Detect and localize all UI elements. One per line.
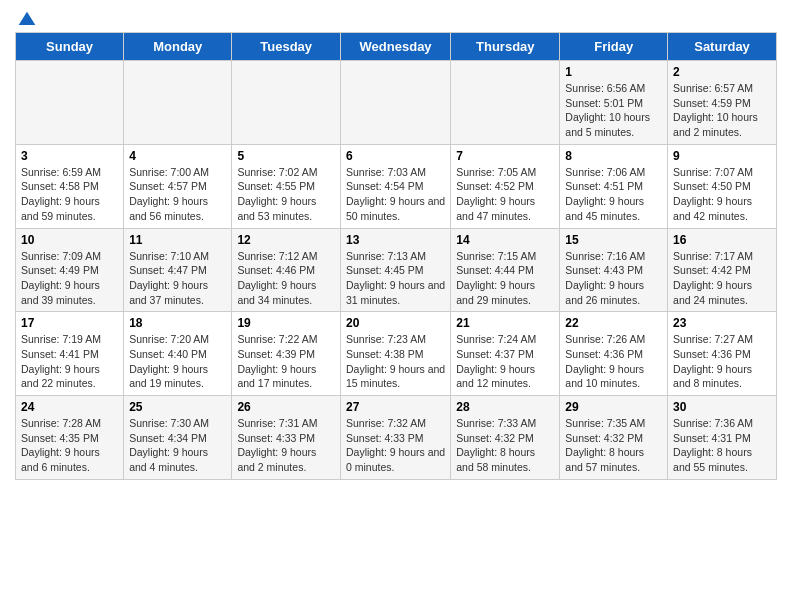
calendar-cell: 4Sunrise: 7:00 AM Sunset: 4:57 PM Daylig… [124, 144, 232, 228]
day-info: Sunrise: 7:27 AM Sunset: 4:36 PM Dayligh… [673, 332, 771, 391]
calendar-cell: 21Sunrise: 7:24 AM Sunset: 4:37 PM Dayli… [451, 312, 560, 396]
day-info: Sunrise: 7:15 AM Sunset: 4:44 PM Dayligh… [456, 249, 554, 308]
day-info: Sunrise: 7:24 AM Sunset: 4:37 PM Dayligh… [456, 332, 554, 391]
week-row-0: 1Sunrise: 6:56 AM Sunset: 5:01 PM Daylig… [16, 61, 777, 145]
day-info: Sunrise: 7:03 AM Sunset: 4:54 PM Dayligh… [346, 165, 445, 224]
calendar-cell: 25Sunrise: 7:30 AM Sunset: 4:34 PM Dayli… [124, 396, 232, 480]
calendar-table: SundayMondayTuesdayWednesdayThursdayFrid… [15, 32, 777, 480]
calendar-cell: 7Sunrise: 7:05 AM Sunset: 4:52 PM Daylig… [451, 144, 560, 228]
day-number: 1 [565, 65, 662, 79]
header [15, 10, 777, 24]
day-number: 22 [565, 316, 662, 330]
day-info: Sunrise: 7:16 AM Sunset: 4:43 PM Dayligh… [565, 249, 662, 308]
day-info: Sunrise: 7:23 AM Sunset: 4:38 PM Dayligh… [346, 332, 445, 391]
day-info: Sunrise: 7:12 AM Sunset: 4:46 PM Dayligh… [237, 249, 335, 308]
calendar-cell: 11Sunrise: 7:10 AM Sunset: 4:47 PM Dayli… [124, 228, 232, 312]
day-number: 28 [456, 400, 554, 414]
day-info: Sunrise: 7:22 AM Sunset: 4:39 PM Dayligh… [237, 332, 335, 391]
day-info: Sunrise: 7:17 AM Sunset: 4:42 PM Dayligh… [673, 249, 771, 308]
day-info: Sunrise: 7:30 AM Sunset: 4:34 PM Dayligh… [129, 416, 226, 475]
day-number: 12 [237, 233, 335, 247]
day-info: Sunrise: 7:02 AM Sunset: 4:55 PM Dayligh… [237, 165, 335, 224]
day-number: 18 [129, 316, 226, 330]
day-info: Sunrise: 7:36 AM Sunset: 4:31 PM Dayligh… [673, 416, 771, 475]
calendar-cell: 18Sunrise: 7:20 AM Sunset: 4:40 PM Dayli… [124, 312, 232, 396]
calendar-cell: 19Sunrise: 7:22 AM Sunset: 4:39 PM Dayli… [232, 312, 341, 396]
logo-icon [17, 10, 37, 30]
calendar-cell [232, 61, 341, 145]
day-number: 19 [237, 316, 335, 330]
logo [15, 10, 37, 24]
day-number: 8 [565, 149, 662, 163]
calendar-cell: 12Sunrise: 7:12 AM Sunset: 4:46 PM Dayli… [232, 228, 341, 312]
calendar-cell [124, 61, 232, 145]
header-wednesday: Wednesday [340, 33, 450, 61]
calendar-cell: 27Sunrise: 7:32 AM Sunset: 4:33 PM Dayli… [340, 396, 450, 480]
day-number: 2 [673, 65, 771, 79]
calendar-cell [16, 61, 124, 145]
calendar-cell: 10Sunrise: 7:09 AM Sunset: 4:49 PM Dayli… [16, 228, 124, 312]
day-number: 23 [673, 316, 771, 330]
header-monday: Monday [124, 33, 232, 61]
day-number: 26 [237, 400, 335, 414]
day-info: Sunrise: 6:57 AM Sunset: 4:59 PM Dayligh… [673, 81, 771, 140]
header-friday: Friday [560, 33, 668, 61]
calendar-cell: 14Sunrise: 7:15 AM Sunset: 4:44 PM Dayli… [451, 228, 560, 312]
calendar-cell: 30Sunrise: 7:36 AM Sunset: 4:31 PM Dayli… [668, 396, 777, 480]
day-number: 20 [346, 316, 445, 330]
day-info: Sunrise: 7:10 AM Sunset: 4:47 PM Dayligh… [129, 249, 226, 308]
day-number: 25 [129, 400, 226, 414]
day-info: Sunrise: 6:56 AM Sunset: 5:01 PM Dayligh… [565, 81, 662, 140]
day-info: Sunrise: 6:59 AM Sunset: 4:58 PM Dayligh… [21, 165, 118, 224]
day-number: 13 [346, 233, 445, 247]
calendar-cell: 9Sunrise: 7:07 AM Sunset: 4:50 PM Daylig… [668, 144, 777, 228]
day-info: Sunrise: 7:09 AM Sunset: 4:49 PM Dayligh… [21, 249, 118, 308]
calendar-cell: 1Sunrise: 6:56 AM Sunset: 5:01 PM Daylig… [560, 61, 668, 145]
calendar-cell: 3Sunrise: 6:59 AM Sunset: 4:58 PM Daylig… [16, 144, 124, 228]
calendar-cell: 28Sunrise: 7:33 AM Sunset: 4:32 PM Dayli… [451, 396, 560, 480]
calendar-cell [340, 61, 450, 145]
day-number: 11 [129, 233, 226, 247]
day-number: 21 [456, 316, 554, 330]
day-info: Sunrise: 7:06 AM Sunset: 4:51 PM Dayligh… [565, 165, 662, 224]
calendar-cell: 6Sunrise: 7:03 AM Sunset: 4:54 PM Daylig… [340, 144, 450, 228]
calendar-cell: 26Sunrise: 7:31 AM Sunset: 4:33 PM Dayli… [232, 396, 341, 480]
svg-marker-0 [19, 12, 36, 25]
day-number: 9 [673, 149, 771, 163]
header-saturday: Saturday [668, 33, 777, 61]
calendar-cell: 2Sunrise: 6:57 AM Sunset: 4:59 PM Daylig… [668, 61, 777, 145]
calendar-cell: 5Sunrise: 7:02 AM Sunset: 4:55 PM Daylig… [232, 144, 341, 228]
week-row-4: 24Sunrise: 7:28 AM Sunset: 4:35 PM Dayli… [16, 396, 777, 480]
header-sunday: Sunday [16, 33, 124, 61]
day-number: 27 [346, 400, 445, 414]
calendar-cell: 17Sunrise: 7:19 AM Sunset: 4:41 PM Dayli… [16, 312, 124, 396]
header-row: SundayMondayTuesdayWednesdayThursdayFrid… [16, 33, 777, 61]
header-tuesday: Tuesday [232, 33, 341, 61]
day-info: Sunrise: 7:00 AM Sunset: 4:57 PM Dayligh… [129, 165, 226, 224]
calendar-cell: 20Sunrise: 7:23 AM Sunset: 4:38 PM Dayli… [340, 312, 450, 396]
day-number: 7 [456, 149, 554, 163]
day-number: 29 [565, 400, 662, 414]
header-thursday: Thursday [451, 33, 560, 61]
day-info: Sunrise: 7:20 AM Sunset: 4:40 PM Dayligh… [129, 332, 226, 391]
calendar-cell: 13Sunrise: 7:13 AM Sunset: 4:45 PM Dayli… [340, 228, 450, 312]
calendar-cell: 8Sunrise: 7:06 AM Sunset: 4:51 PM Daylig… [560, 144, 668, 228]
week-row-3: 17Sunrise: 7:19 AM Sunset: 4:41 PM Dayli… [16, 312, 777, 396]
calendar-body: 1Sunrise: 6:56 AM Sunset: 5:01 PM Daylig… [16, 61, 777, 480]
day-number: 15 [565, 233, 662, 247]
day-info: Sunrise: 7:26 AM Sunset: 4:36 PM Dayligh… [565, 332, 662, 391]
day-number: 6 [346, 149, 445, 163]
day-number: 16 [673, 233, 771, 247]
day-number: 14 [456, 233, 554, 247]
day-info: Sunrise: 7:31 AM Sunset: 4:33 PM Dayligh… [237, 416, 335, 475]
day-info: Sunrise: 7:33 AM Sunset: 4:32 PM Dayligh… [456, 416, 554, 475]
calendar-cell: 16Sunrise: 7:17 AM Sunset: 4:42 PM Dayli… [668, 228, 777, 312]
day-info: Sunrise: 7:07 AM Sunset: 4:50 PM Dayligh… [673, 165, 771, 224]
calendar-header: SundayMondayTuesdayWednesdayThursdayFrid… [16, 33, 777, 61]
day-number: 17 [21, 316, 118, 330]
calendar-cell: 23Sunrise: 7:27 AM Sunset: 4:36 PM Dayli… [668, 312, 777, 396]
week-row-1: 3Sunrise: 6:59 AM Sunset: 4:58 PM Daylig… [16, 144, 777, 228]
day-info: Sunrise: 7:35 AM Sunset: 4:32 PM Dayligh… [565, 416, 662, 475]
day-number: 24 [21, 400, 118, 414]
day-number: 4 [129, 149, 226, 163]
